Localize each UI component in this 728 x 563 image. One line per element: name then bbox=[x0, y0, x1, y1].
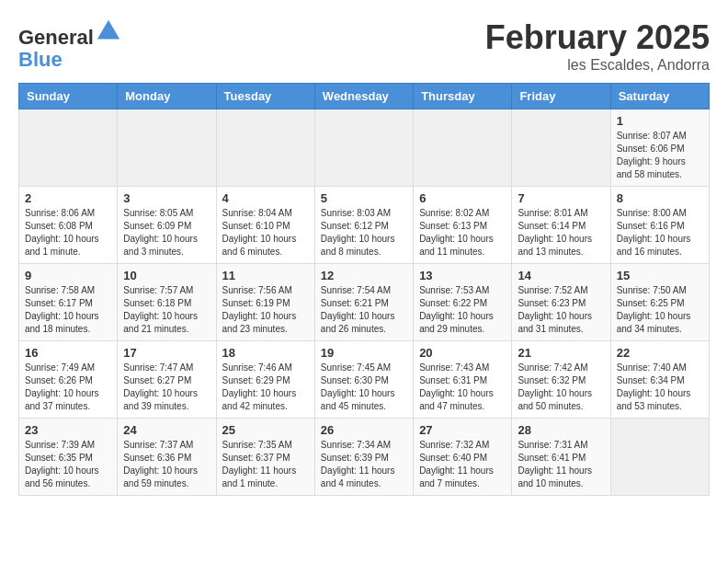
day-cell: 8Sunrise: 8:00 AM Sunset: 6:16 PM Daylig… bbox=[610, 187, 709, 264]
day-info: Sunrise: 7:35 AM Sunset: 6:37 PM Dayligh… bbox=[222, 439, 309, 490]
day-info: Sunrise: 7:54 AM Sunset: 6:21 PM Dayligh… bbox=[321, 284, 407, 336]
day-info: Sunrise: 7:39 AM Sunset: 6:35 PM Dayligh… bbox=[25, 439, 111, 490]
day-number: 15 bbox=[617, 269, 703, 282]
day-number: 14 bbox=[518, 269, 604, 282]
weekday-header-row: Sunday Monday Tuesday Wednesday Thursday… bbox=[19, 84, 710, 109]
week-row-4: 23Sunrise: 7:39 AM Sunset: 6:35 PM Dayli… bbox=[19, 419, 710, 496]
page-header: General Blue February 2025 les Escaldes,… bbox=[18, 18, 710, 74]
day-info: Sunrise: 7:40 AM Sunset: 6:34 PM Dayligh… bbox=[617, 362, 703, 413]
day-number: 4 bbox=[222, 191, 309, 205]
day-cell bbox=[512, 109, 610, 187]
day-cell: 4Sunrise: 8:04 AM Sunset: 6:10 PM Daylig… bbox=[216, 187, 314, 264]
day-info: Sunrise: 7:56 AM Sunset: 6:19 PM Dayligh… bbox=[222, 284, 309, 336]
day-info: Sunrise: 8:07 AM Sunset: 6:06 PM Dayligh… bbox=[617, 130, 703, 181]
day-cell bbox=[610, 419, 709, 496]
svg-marker-0 bbox=[97, 20, 119, 40]
day-info: Sunrise: 8:05 AM Sunset: 6:09 PM Dayligh… bbox=[123, 207, 210, 259]
day-cell: 3Sunrise: 8:05 AM Sunset: 6:09 PM Daylig… bbox=[118, 187, 216, 264]
day-number: 9 bbox=[25, 269, 111, 282]
day-number: 17 bbox=[123, 346, 210, 360]
day-number: 8 bbox=[617, 191, 703, 205]
header-sunday: Sunday bbox=[19, 84, 118, 109]
day-cell bbox=[414, 109, 512, 187]
day-info: Sunrise: 7:34 AM Sunset: 6:39 PM Dayligh… bbox=[321, 439, 407, 490]
day-cell: 11Sunrise: 7:56 AM Sunset: 6:19 PM Dayli… bbox=[216, 264, 314, 341]
day-info: Sunrise: 7:31 AM Sunset: 6:41 PM Dayligh… bbox=[518, 439, 604, 490]
day-cell bbox=[314, 109, 413, 187]
day-cell: 2Sunrise: 8:06 AM Sunset: 6:08 PM Daylig… bbox=[19, 187, 118, 264]
day-info: Sunrise: 7:50 AM Sunset: 6:25 PM Dayligh… bbox=[617, 284, 703, 336]
day-cell: 26Sunrise: 7:34 AM Sunset: 6:39 PM Dayli… bbox=[314, 419, 413, 496]
day-info: Sunrise: 8:04 AM Sunset: 6:10 PM Dayligh… bbox=[222, 207, 309, 259]
header-saturday: Saturday bbox=[610, 84, 709, 109]
day-number: 16 bbox=[25, 346, 111, 360]
day-number: 18 bbox=[222, 346, 309, 360]
title-block: February 2025 les Escaldes, Andorra bbox=[485, 18, 710, 74]
day-cell bbox=[216, 109, 314, 187]
day-cell: 25Sunrise: 7:35 AM Sunset: 6:37 PM Dayli… bbox=[216, 419, 314, 496]
day-cell bbox=[118, 109, 216, 187]
day-cell: 17Sunrise: 7:47 AM Sunset: 6:27 PM Dayli… bbox=[118, 341, 216, 419]
day-cell: 20Sunrise: 7:43 AM Sunset: 6:31 PM Dayli… bbox=[414, 341, 512, 419]
day-info: Sunrise: 7:52 AM Sunset: 6:23 PM Dayligh… bbox=[518, 284, 604, 336]
day-info: Sunrise: 7:32 AM Sunset: 6:40 PM Dayligh… bbox=[419, 439, 506, 490]
header-tuesday: Tuesday bbox=[216, 84, 314, 109]
day-number: 26 bbox=[321, 423, 407, 437]
day-cell: 18Sunrise: 7:46 AM Sunset: 6:29 PM Dayli… bbox=[216, 341, 314, 419]
day-number: 21 bbox=[518, 346, 604, 360]
day-info: Sunrise: 8:01 AM Sunset: 6:14 PM Dayligh… bbox=[518, 207, 604, 259]
day-number: 23 bbox=[25, 423, 111, 437]
day-number: 22 bbox=[617, 346, 703, 360]
day-number: 10 bbox=[123, 269, 210, 282]
day-cell: 19Sunrise: 7:45 AM Sunset: 6:30 PM Dayli… bbox=[314, 341, 413, 419]
day-info: Sunrise: 7:46 AM Sunset: 6:29 PM Dayligh… bbox=[222, 362, 309, 413]
day-number: 20 bbox=[419, 346, 506, 360]
day-number: 11 bbox=[222, 269, 309, 282]
header-wednesday: Wednesday bbox=[314, 84, 413, 109]
calendar: Sunday Monday Tuesday Wednesday Thursday… bbox=[18, 83, 710, 496]
week-row-1: 2Sunrise: 8:06 AM Sunset: 6:08 PM Daylig… bbox=[19, 187, 710, 264]
week-row-0: 1Sunrise: 8:07 AM Sunset: 6:06 PM Daylig… bbox=[19, 109, 710, 187]
day-info: Sunrise: 7:58 AM Sunset: 6:17 PM Dayligh… bbox=[25, 284, 111, 336]
day-cell: 9Sunrise: 7:58 AM Sunset: 6:17 PM Daylig… bbox=[19, 264, 118, 341]
day-cell: 21Sunrise: 7:42 AM Sunset: 6:32 PM Dayli… bbox=[512, 341, 610, 419]
day-cell: 15Sunrise: 7:50 AM Sunset: 6:25 PM Dayli… bbox=[610, 264, 709, 341]
header-monday: Monday bbox=[118, 84, 216, 109]
day-cell: 23Sunrise: 7:39 AM Sunset: 6:35 PM Dayli… bbox=[19, 419, 118, 496]
day-info: Sunrise: 7:45 AM Sunset: 6:30 PM Dayligh… bbox=[321, 362, 407, 413]
day-info: Sunrise: 7:53 AM Sunset: 6:22 PM Dayligh… bbox=[419, 284, 506, 336]
day-info: Sunrise: 8:02 AM Sunset: 6:13 PM Dayligh… bbox=[419, 207, 506, 259]
day-number: 27 bbox=[419, 423, 506, 437]
day-info: Sunrise: 7:47 AM Sunset: 6:27 PM Dayligh… bbox=[123, 362, 210, 413]
logo-blue-text: Blue bbox=[18, 48, 63, 71]
day-cell: 28Sunrise: 7:31 AM Sunset: 6:41 PM Dayli… bbox=[512, 419, 610, 496]
week-row-2: 9Sunrise: 7:58 AM Sunset: 6:17 PM Daylig… bbox=[19, 264, 710, 341]
logo: General Blue bbox=[18, 18, 121, 71]
day-number: 13 bbox=[419, 269, 506, 282]
day-number: 24 bbox=[123, 423, 210, 437]
day-cell: 6Sunrise: 8:02 AM Sunset: 6:13 PM Daylig… bbox=[414, 187, 512, 264]
day-cell: 22Sunrise: 7:40 AM Sunset: 6:34 PM Dayli… bbox=[610, 341, 709, 419]
day-cell: 5Sunrise: 8:03 AM Sunset: 6:12 PM Daylig… bbox=[314, 187, 413, 264]
day-number: 28 bbox=[518, 423, 604, 437]
logo-general-text: General bbox=[18, 26, 94, 49]
day-number: 5 bbox=[321, 191, 407, 205]
day-cell: 1Sunrise: 8:07 AM Sunset: 6:06 PM Daylig… bbox=[610, 109, 709, 187]
day-info: Sunrise: 7:49 AM Sunset: 6:26 PM Dayligh… bbox=[25, 362, 111, 413]
day-cell: 7Sunrise: 8:01 AM Sunset: 6:14 PM Daylig… bbox=[512, 187, 610, 264]
day-info: Sunrise: 7:37 AM Sunset: 6:36 PM Dayligh… bbox=[123, 439, 210, 490]
day-number: 7 bbox=[518, 191, 604, 205]
day-number: 19 bbox=[321, 346, 407, 360]
day-number: 25 bbox=[222, 423, 309, 437]
day-number: 12 bbox=[321, 269, 407, 282]
day-cell: 10Sunrise: 7:57 AM Sunset: 6:18 PM Dayli… bbox=[118, 264, 216, 341]
day-info: Sunrise: 8:06 AM Sunset: 6:08 PM Dayligh… bbox=[25, 207, 111, 259]
day-info: Sunrise: 7:43 AM Sunset: 6:31 PM Dayligh… bbox=[419, 362, 506, 413]
day-info: Sunrise: 7:42 AM Sunset: 6:32 PM Dayligh… bbox=[518, 362, 604, 413]
day-cell: 14Sunrise: 7:52 AM Sunset: 6:23 PM Dayli… bbox=[512, 264, 610, 341]
week-row-3: 16Sunrise: 7:49 AM Sunset: 6:26 PM Dayli… bbox=[19, 341, 710, 419]
day-info: Sunrise: 7:57 AM Sunset: 6:18 PM Dayligh… bbox=[123, 284, 210, 336]
header-thursday: Thursday bbox=[414, 84, 512, 109]
day-number: 1 bbox=[617, 114, 703, 128]
day-cell: 12Sunrise: 7:54 AM Sunset: 6:21 PM Dayli… bbox=[314, 264, 413, 341]
